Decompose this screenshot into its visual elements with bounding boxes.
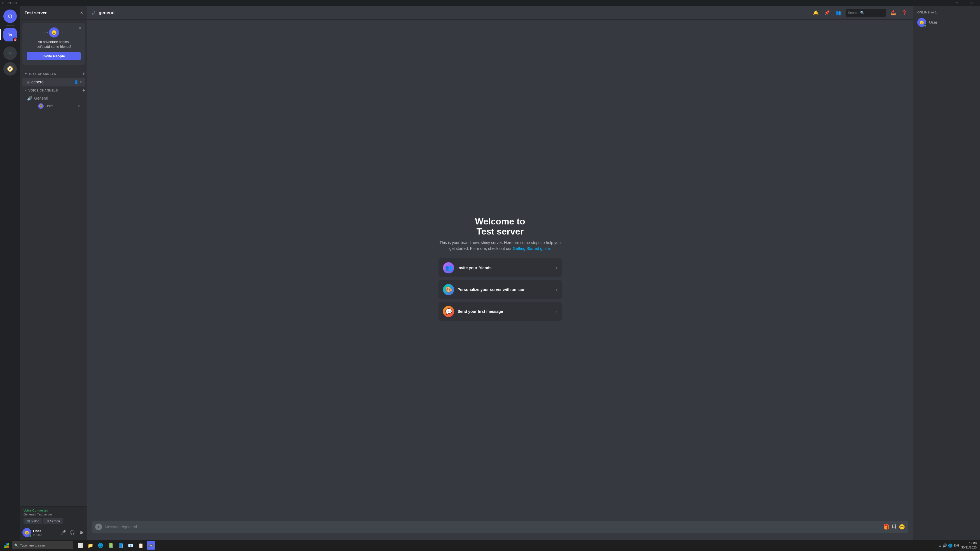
add-server-button[interactable]: + (3, 46, 17, 60)
server-name: Test server (25, 10, 47, 15)
chat-area: Welcome to Test server This is your bran… (88, 20, 408, 228)
channel-hash-icon: # (92, 9, 95, 16)
voice-channel-general: 🔊 General 🙂 User 🎙 (22, 94, 85, 110)
invite-avatar: 🙂 (49, 27, 59, 38)
voice-user-item[interactable]: 🙂 User 🎙 (25, 102, 83, 110)
active-server-indicator (0, 29, 1, 40)
channel-header: # general 🔔 📌 👥 Search 🔍 📥 ❓ (88, 6, 408, 20)
channel-item-general[interactable]: # general 👤 ⚙ (22, 78, 85, 86)
main-content: # general 🔔 📌 👥 Search 🔍 📥 ❓ Welcome to (88, 6, 408, 228)
channel-icons: 👤 ⚙ (74, 80, 83, 84)
invite-popup-text: An adventure begins. Let's add some frie… (27, 40, 81, 49)
add-text-channel-button[interactable]: + (82, 71, 85, 76)
invite-popup: ✕ · · · 🙂 ··· An adventure begins. Let's… (22, 23, 85, 65)
invite-people-button[interactable]: Invite People (27, 52, 81, 60)
explore-servers-button[interactable]: 🧭 (3, 62, 17, 76)
server-sidebar: ⬡ Ts 1 + 🧭 (0, 6, 20, 228)
invite-popup-close-button[interactable]: ✕ (77, 25, 83, 31)
app-name: DISCORD (2, 2, 17, 5)
hash-icon: # (27, 79, 30, 85)
server-header[interactable]: Test server ✕ (20, 6, 88, 20)
text-channels-header[interactable]: ▼ TEXT CHANNELS + (20, 70, 88, 78)
mute-icon: 🎙 (77, 104, 81, 108)
invite-emoji-area: · · · 🙂 ··· (27, 27, 81, 38)
speaker-icon: 🔊 (27, 96, 32, 101)
voice-channel-main-general[interactable]: 🔊 General (22, 94, 85, 102)
add-voice-channel-button[interactable]: + (82, 88, 85, 93)
channels-area: ▼ TEXT CHANNELS + # general 👤 ⚙ ▼ VOICE … (20, 68, 88, 228)
settings-icon[interactable]: ⚙ (80, 80, 83, 84)
add-member-icon[interactable]: 👤 (74, 80, 78, 84)
channel-sidebar: Test server ✕ ✕ · · · 🙂 ··· An adventure… (20, 6, 88, 228)
voice-channels-header[interactable]: ▼ VOICE CHANNELS + (20, 87, 88, 94)
discord-home-icon[interactable]: ⬡ (3, 10, 17, 23)
text-channels-chevron: ▼ (25, 73, 27, 75)
voice-channels-chevron: ▼ (25, 89, 27, 92)
voice-user-avatar: 🙂 (38, 103, 44, 109)
server-icon-test-server[interactable]: Ts 1 (3, 28, 17, 41)
channel-name-heading: general (99, 10, 115, 15)
server-sidebar-divider (6, 25, 14, 26)
chevron-down-icon: ✕ (80, 11, 83, 15)
server-divider-2 (6, 44, 14, 44)
title-bar: DISCORD ─ □ ✕ (0, 0, 408, 6)
notification-badge: 1 (13, 38, 18, 42)
